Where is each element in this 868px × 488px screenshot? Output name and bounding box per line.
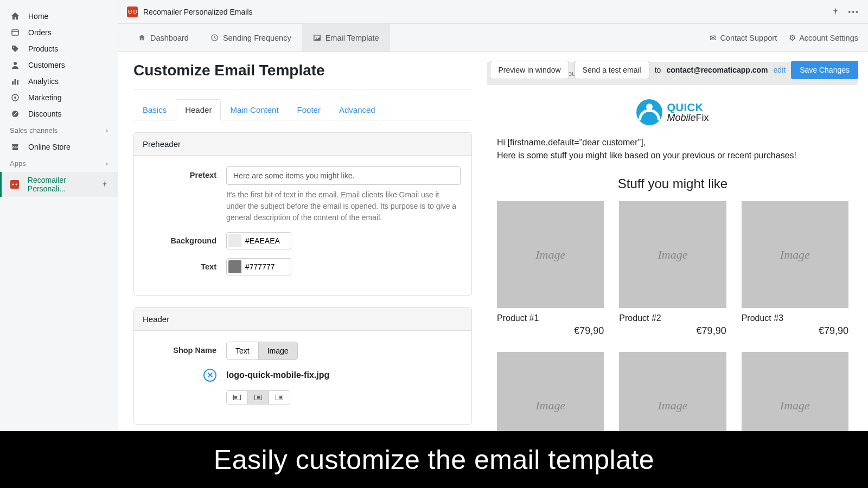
sidebar-label: Orders <box>28 28 52 37</box>
home-icon <box>138 34 146 42</box>
admin-sidebar: Home Orders Products Customers Analytics… <box>0 0 118 488</box>
product-name: Product #3 <box>742 313 848 323</box>
clock-icon <box>210 34 219 42</box>
product-card: Image Product #3 €79,90 <box>742 201 848 337</box>
tab-main-content[interactable]: Main Content <box>221 99 288 120</box>
align-right-icon <box>276 395 283 400</box>
sidebar-label: Analytics <box>28 77 59 86</box>
background-color-input[interactable] <box>226 232 291 249</box>
tab-footer[interactable]: Footer <box>288 99 330 120</box>
color-swatch <box>228 234 241 247</box>
pretext-input[interactable] <box>226 166 461 185</box>
svg-point-2 <box>14 62 17 65</box>
save-button[interactable]: Save Changes <box>791 61 858 79</box>
preheader-panel: Preheader Pretext It's the first bit of … <box>133 132 472 296</box>
svg-point-1 <box>13 47 14 48</box>
product-image-placeholder: Image <box>497 201 604 308</box>
subnav-sending-frequency[interactable]: Sending Frequency <box>200 24 302 52</box>
product-grid: Image Product #1 €79,90 Image Product #2… <box>487 201 858 459</box>
marketing-icon <box>10 93 21 102</box>
sidebar-item-discounts[interactable]: Discounts <box>0 106 118 122</box>
sidebar-item-marketing[interactable]: Marketing <box>0 89 118 106</box>
align-left-icon <box>233 395 241 400</box>
svg-rect-4 <box>15 79 16 85</box>
sidebar-item-orders[interactable]: Orders <box>0 24 118 41</box>
pin-icon[interactable] <box>832 8 839 16</box>
apps-heading[interactable]: Apps › <box>0 155 118 172</box>
panel-title: Header <box>134 308 471 331</box>
edit-email-link[interactable]: edit <box>774 66 786 74</box>
products-icon <box>10 44 21 53</box>
sidebar-label: Online Store <box>28 143 71 151</box>
svg-point-10 <box>12 184 14 185</box>
image-icon <box>313 34 321 42</box>
text-option[interactable]: Text <box>227 342 258 359</box>
app-icon <box>10 180 20 189</box>
preview-section-title: Stuff you might like <box>487 176 858 191</box>
discounts-icon <box>10 110 21 118</box>
account-settings-link[interactable]: ⚙ Account Settings <box>789 34 858 42</box>
sidebar-label: Marketing <box>28 93 61 102</box>
svg-rect-5 <box>17 80 18 85</box>
app-title: Recomailer Personalized Emails <box>143 8 253 16</box>
sidebar-item-recomailer[interactable]: Recomailer Personali... <box>0 172 118 197</box>
contact-support-link[interactable]: ✉ Contact Support <box>710 34 777 42</box>
product-name: Product #1 <box>497 313 604 323</box>
text-hex[interactable] <box>243 259 284 274</box>
page-actions: Preview in window Send a test email to c… <box>490 61 858 79</box>
align-left-button[interactable] <box>227 391 247 404</box>
product-image-placeholder: Image <box>742 201 848 308</box>
background-hex[interactable] <box>243 233 284 248</box>
sidebar-item-analytics[interactable]: Analytics <box>0 73 118 89</box>
product-card: Image Product #2 €79,90 <box>619 201 726 337</box>
sidebar-item-online-store[interactable]: Online Store <box>0 139 118 155</box>
align-center-button[interactable] <box>247 391 269 404</box>
analytics-icon <box>10 77 21 86</box>
shop-name-label: Shop Name <box>145 342 226 355</box>
product-name: Product #2 <box>619 313 726 323</box>
sidebar-label: Recomailer Personali... <box>28 176 101 193</box>
sidebar-item-products[interactable]: Products <box>0 41 118 57</box>
preview-button[interactable]: Preview in window <box>490 61 569 79</box>
shop-name-type-toggle: Text Image <box>226 342 298 360</box>
svg-rect-0 <box>12 30 18 35</box>
gear-icon: ⚙ <box>789 34 796 42</box>
test-email-address: contact@recomaticapp.com <box>666 66 768 74</box>
tab-basics[interactable]: Basics <box>133 99 176 120</box>
product-price: €79,90 <box>742 325 848 337</box>
app-subnav: Dashboard Sending Frequency Email Templa… <box>118 24 868 52</box>
sidebar-label: Discounts <box>28 110 61 118</box>
align-right-button[interactable] <box>269 391 290 404</box>
svg-rect-9 <box>10 180 19 189</box>
pretext-label: Pretext <box>145 166 226 179</box>
chevron-right-icon: › <box>106 126 108 134</box>
tab-advanced[interactable]: Advanced <box>330 99 385 120</box>
pin-icon[interactable] <box>101 181 108 188</box>
orders-icon <box>10 28 21 37</box>
subnav-dashboard[interactable]: Dashboard <box>127 24 200 52</box>
app-topbar: ⊙⊙ Recomailer Personalized Emails ••• <box>118 0 868 24</box>
svg-rect-3 <box>12 81 14 85</box>
home-icon <box>10 12 21 21</box>
settings-pane: Customize Email Template Basics Header M… <box>118 52 487 488</box>
sales-channels-heading[interactable]: Sales channels › <box>0 122 118 139</box>
image-option[interactable]: Image <box>258 342 297 359</box>
sidebar-item-customers[interactable]: Customers <box>0 57 118 73</box>
tab-header[interactable]: Header <box>176 99 221 120</box>
pretext-help: It's the first bit of text in the email.… <box>226 189 461 223</box>
logo-filename: logo-quick-mobile-fix.jpg <box>226 370 329 380</box>
chevron-right-icon: › <box>106 159 108 168</box>
panel-title: Preheader <box>134 133 471 156</box>
svg-point-15 <box>315 37 316 38</box>
more-icon[interactable]: ••• <box>848 8 859 16</box>
remove-image-icon[interactable]: ✕ <box>203 369 216 382</box>
alignment-group <box>226 390 290 404</box>
sidebar-label: Home <box>28 12 48 21</box>
text-color-label: Text <box>145 258 226 271</box>
send-test-button[interactable]: Send a test email <box>575 61 649 79</box>
product-card: Image Product #1 €79,90 <box>497 201 604 337</box>
background-label: Background <box>145 232 226 245</box>
text-color-input[interactable] <box>226 258 291 275</box>
subnav-email-template[interactable]: Email Template <box>302 24 390 52</box>
sidebar-item-home[interactable]: Home <box>0 8 118 24</box>
